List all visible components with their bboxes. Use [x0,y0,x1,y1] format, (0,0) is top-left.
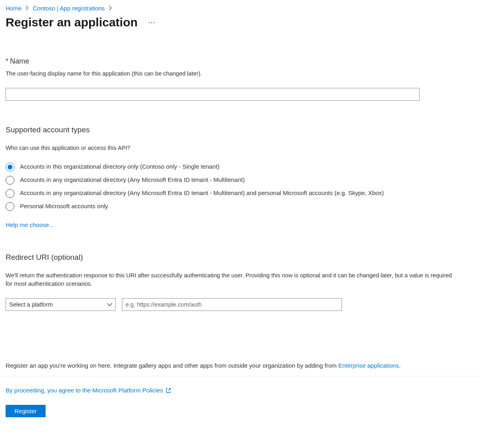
account-types-title: Supported account types [6,125,474,134]
radio-option-multitenant[interactable]: Accounts in any organizational directory… [6,175,474,185]
radio-option-multitenant-personal[interactable]: Accounts in any organizational directory… [6,189,474,198]
radio-label: Accounts in this organizational director… [20,162,220,171]
radio-label: Personal Microsoft accounts only [20,202,108,211]
radio-icon [6,189,14,198]
radio-option-single-tenant[interactable]: Accounts in this organizational director… [6,162,474,171]
breadcrumb: Home Contoso | App registrations [6,5,474,12]
footer-note-suffix: . [399,362,400,369]
account-types-radio-group: Accounts in this organizational director… [6,162,474,211]
account-types-section: Supported account types Who can use this… [6,125,474,228]
chevron-right-icon [26,5,29,12]
help-me-choose-link[interactable]: Help me choose... [6,221,54,228]
radio-icon [6,176,14,185]
platform-select[interactable]: Select a platform [6,298,116,311]
enterprise-applications-link[interactable]: Enterprise applications [338,362,399,369]
page-title: Register an application [6,16,138,29]
redirect-uri-section: Redirect URI (optional) We'll return the… [6,253,474,311]
name-label: *Name [6,57,474,66]
platform-policies-link[interactable]: By proceeding, you agree to the Microsof… [6,387,171,394]
more-icon[interactable]: ⋯ [148,18,156,27]
platform-select-button[interactable]: Select a platform [6,298,116,311]
breadcrumb-home-link[interactable]: Home [6,5,22,12]
external-link-icon [166,388,171,393]
footer-note: Register an app you're working on here. … [6,362,474,369]
radio-icon [6,163,14,171]
radio-option-personal-only[interactable]: Personal Microsoft accounts only [6,202,474,211]
radio-label: Accounts in any organizational directory… [20,189,384,198]
footer-note-prefix: Register an app you're working on here. … [6,362,338,369]
redirect-uri-input[interactable] [122,298,342,311]
radio-icon [6,202,14,211]
register-button[interactable]: Register [6,405,46,417]
chevron-right-icon [109,5,112,12]
account-types-question: Who can use this application or access t… [6,144,474,153]
name-section: *Name The user-facing display name for t… [6,57,474,101]
required-asterisk-icon: * [6,57,8,65]
divider [0,376,480,376]
policies-text: By proceeding, you agree to the Microsof… [6,387,163,394]
name-input[interactable] [6,88,420,101]
redirect-uri-description: We'll return the authentication response… [6,271,458,289]
name-label-text: Name [10,57,29,65]
radio-label: Accounts in any organizational directory… [20,175,245,185]
breadcrumb-app-registrations-link[interactable]: Contoso | App registrations [33,5,105,12]
redirect-uri-title: Redirect URI (optional) [6,253,474,262]
name-description: The user-facing display name for this ap… [6,70,474,78]
